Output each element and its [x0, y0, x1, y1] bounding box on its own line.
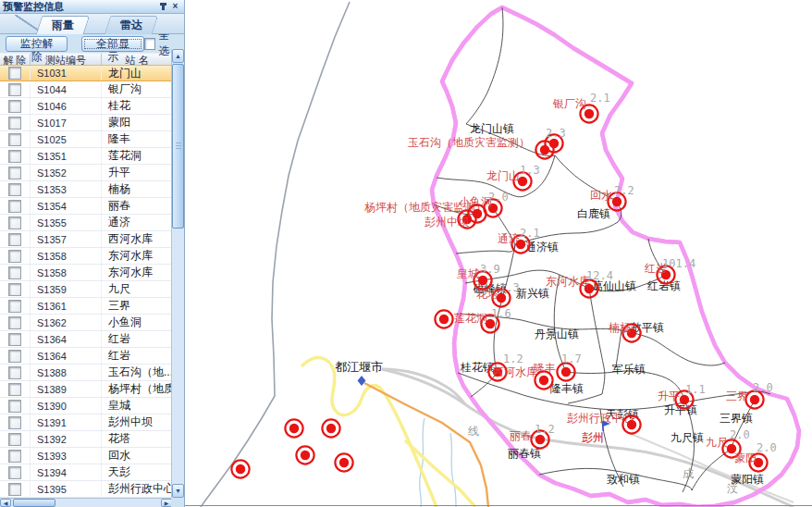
station-marker-core[interactable] [750, 395, 759, 404]
row-release-checkbox[interactable] [8, 350, 21, 363]
vertical-scrollbar-thumb[interactable] [172, 64, 184, 229]
row-release-checkbox[interactable] [8, 366, 21, 379]
scroll-up-button[interactable]: ▲ [172, 49, 184, 63]
table-row[interactable]: S1362小鱼洞 [0, 315, 172, 331]
station-marker-core[interactable] [236, 464, 245, 474]
release-monitor-button[interactable]: 监控解除 [6, 36, 68, 52]
table-row[interactable]: S1391彭州中坝 [0, 414, 172, 431]
row-release-checkbox[interactable] [8, 383, 21, 396]
table-row[interactable]: S1352升平 [0, 165, 172, 181]
station-marker-core[interactable] [680, 395, 689, 404]
row-release-checkbox[interactable] [8, 250, 21, 263]
row-release-checkbox[interactable] [8, 316, 21, 329]
table-row[interactable]: S1355通济 [0, 215, 172, 231]
row-release-checkbox[interactable] [8, 266, 21, 279]
panel-toolbar: 监控解除 全部显示 全选 [0, 34, 184, 53]
station-marker-core[interactable] [301, 451, 310, 460]
row-release-checkbox[interactable] [8, 400, 21, 413]
station-label: 九尺 [706, 436, 728, 449]
table-row[interactable]: S1359九尺 [0, 281, 172, 298]
row-release-checkbox[interactable] [8, 483, 21, 496]
select-all-checkbox[interactable] [144, 38, 156, 50]
tab-rainfall[interactable]: 雨量 [36, 16, 90, 34]
row-release-checkbox[interactable] [8, 100, 21, 113]
station-marker-core[interactable] [561, 367, 571, 377]
scroll-left-button[interactable]: ◀ [0, 499, 11, 507]
row-release-cell [0, 298, 31, 314]
table-row[interactable]: S1394天彭 [0, 464, 172, 481]
row-release-checkbox[interactable] [8, 83, 21, 96]
station-marker-core[interactable] [627, 420, 636, 429]
row-release-checkbox[interactable] [8, 466, 21, 479]
table-row[interactable]: S1358东河水库 [0, 248, 172, 265]
station-label: 丽春 [510, 429, 532, 442]
scroll-down-button[interactable]: ▼ [172, 484, 184, 498]
town-label: 龙门山镇 [470, 122, 514, 135]
row-release-checkbox[interactable] [8, 333, 21, 346]
row-release-checkbox[interactable] [8, 416, 21, 429]
row-station-id: S1352 [31, 165, 102, 180]
station-marker-core[interactable] [540, 145, 549, 155]
table-row[interactable]: S1354丽春 [0, 198, 172, 215]
row-station-id: S1351 [31, 148, 102, 164]
row-release-checkbox[interactable] [8, 450, 21, 463]
table-row[interactable]: S1046桂花 [0, 98, 172, 115]
row-release-checkbox[interactable] [8, 233, 21, 246]
table-row[interactable]: S1395彭州行政中心 [0, 481, 172, 498]
horizontal-scrollbar-thumb[interactable] [13, 499, 55, 507]
show-all-button[interactable]: 全部显示 [81, 36, 143, 52]
row-release-checkbox[interactable] [8, 150, 21, 163]
row-release-cell [0, 331, 31, 347]
table-row[interactable]: S1364红岩 [0, 331, 172, 348]
station-marker-core[interactable] [326, 424, 336, 433]
close-icon[interactable]: × [169, 1, 181, 12]
station-marker-core[interactable] [584, 109, 594, 118]
tab-radar[interactable]: 雷达 [105, 16, 158, 34]
table-row[interactable]: S1358东河水库 [0, 265, 172, 281]
row-release-checkbox[interactable] [8, 117, 21, 130]
station-marker-core[interactable] [439, 315, 449, 324]
horizontal-scrollbar[interactable]: ◀ ▶ [0, 498, 172, 507]
map-canvas[interactable]: 龙门山镇白鹿镇通济镇磁峰镇新兴镇葛仙山镇红岩镇丹景山镇敖平镇桂花镇隆丰镇军乐镇天… [185, 0, 812, 507]
table-row[interactable]: S1353楠杨 [0, 181, 172, 198]
table-row[interactable]: S1364红岩 [0, 348, 172, 365]
table-row[interactable]: S1388玉石沟（地... [0, 365, 172, 381]
table-row[interactable]: S1389杨坪村（地质.. [0, 381, 172, 398]
row-station-name: 东河水库 [102, 248, 172, 264]
row-station-id: S1395 [31, 481, 102, 497]
station-marker-core[interactable] [339, 458, 349, 467]
row-release-checkbox[interactable] [8, 300, 21, 313]
table-row[interactable]: S1357西河水库 [0, 231, 172, 248]
map-view[interactable]: 龙门山镇白鹿镇通济镇磁峰镇新兴镇葛仙山镇红岩镇丹景山镇敖平镇桂花镇隆丰镇军乐镇天… [185, 0, 812, 507]
row-release-checkbox[interactable] [8, 67, 21, 80]
row-release-checkbox[interactable] [8, 433, 21, 446]
station-marker-core[interactable] [612, 197, 621, 206]
town-label: 隆丰镇 [550, 382, 584, 395]
station-marker-core[interactable] [478, 276, 487, 285]
table-row[interactable]: S1017蒙阳 [0, 115, 172, 131]
table-row[interactable]: S1351莲花洞 [0, 148, 172, 165]
vertical-scrollbar[interactable]: ▲ ▼ [171, 49, 184, 498]
row-release-checkbox[interactable] [8, 200, 21, 213]
row-release-checkbox[interactable] [8, 167, 21, 179]
row-release-checkbox[interactable] [8, 133, 21, 146]
row-release-checkbox[interactable] [8, 216, 21, 229]
station-marker-core[interactable] [289, 424, 299, 433]
table-row[interactable]: S1031龙门山 [0, 65, 172, 81]
station-marker-core[interactable] [539, 376, 548, 385]
row-release-checkbox[interactable] [8, 283, 21, 296]
row-release-cell [0, 98, 31, 114]
table-row[interactable]: S1361三界 [0, 298, 172, 315]
table-row[interactable]: S1392花塔 [0, 431, 172, 448]
table-row[interactable]: S1025隆丰 [0, 131, 172, 148]
station-marker-core[interactable] [535, 435, 545, 444]
table-row[interactable]: S1390皇城 [0, 398, 172, 414]
row-release-cell [0, 481, 31, 497]
table-row[interactable]: S1044银厂沟 [0, 81, 172, 98]
station-marker-core[interactable] [473, 209, 482, 218]
app-window: 预警监控信息 × 雨量 雷达 监控解除 全部显示 全选 解 除 测站编号 站 名… [0, 0, 812, 507]
row-release-checkbox[interactable] [8, 183, 21, 196]
pin-icon[interactable] [157, 1, 169, 12]
row-station-name: 彭州中坝 [102, 414, 172, 430]
table-row[interactable]: S1393回水 [0, 448, 172, 464]
